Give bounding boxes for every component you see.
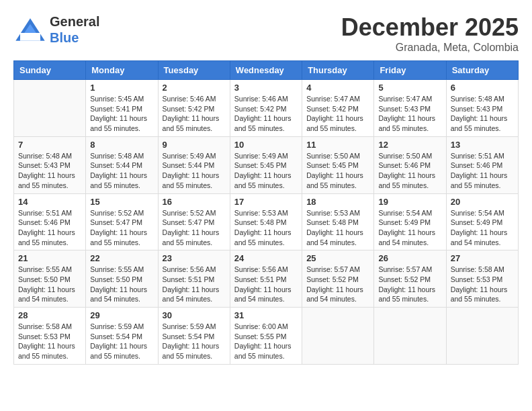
day-number: 27: [451, 253, 514, 263]
day-info: Sunrise: 6:00 AM Sunset: 5:55 PM Dayligh…: [234, 322, 298, 361]
calendar-cell: 29Sunrise: 5:59 AM Sunset: 5:54 PM Dayli…: [86, 308, 158, 365]
day-number: 20: [451, 197, 514, 207]
month-title: December 2025: [341, 13, 519, 42]
day-number: 4: [306, 83, 369, 93]
day-info: Sunrise: 5:47 AM Sunset: 5:42 PM Dayligh…: [306, 94, 369, 134]
svg-rect-2: [20, 33, 40, 41]
day-number: 25: [306, 253, 369, 263]
day-number: 6: [451, 83, 514, 93]
day-number: 16: [163, 197, 226, 207]
day-number: 22: [90, 253, 153, 263]
calendar-cell: 12Sunrise: 5:50 AM Sunset: 5:46 PM Dayli…: [374, 136, 446, 193]
day-info: Sunrise: 5:57 AM Sunset: 5:52 PM Dayligh…: [378, 265, 441, 304]
day-number: 17: [234, 197, 298, 207]
page-header: General Blue December 2025 Granada, Meta…: [13, 13, 519, 54]
day-info: Sunrise: 5:49 AM Sunset: 5:44 PM Dayligh…: [163, 151, 226, 191]
day-number: 10: [234, 140, 298, 150]
calendar-cell: 19Sunrise: 5:54 AM Sunset: 5:49 PM Dayli…: [374, 193, 446, 250]
calendar-cell: 7Sunrise: 5:48 AM Sunset: 5:43 PM Daylig…: [14, 136, 86, 193]
day-number: 19: [378, 197, 441, 207]
calendar-cell: 11Sunrise: 5:50 AM Sunset: 5:45 PM Dayli…: [302, 136, 374, 193]
calendar-cell: 28Sunrise: 5:58 AM Sunset: 5:53 PM Dayli…: [14, 308, 86, 365]
day-info: Sunrise: 5:58 AM Sunset: 5:53 PM Dayligh…: [451, 265, 514, 304]
day-info: Sunrise: 5:49 AM Sunset: 5:45 PM Dayligh…: [234, 151, 298, 191]
day-number: 18: [306, 197, 369, 207]
calendar-cell: 21Sunrise: 5:55 AM Sunset: 5:50 PM Dayli…: [14, 250, 86, 308]
day-number: 1: [90, 83, 153, 93]
day-info: Sunrise: 5:52 AM Sunset: 5:47 PM Dayligh…: [90, 208, 153, 248]
day-info: Sunrise: 5:51 AM Sunset: 5:46 PM Dayligh…: [451, 151, 514, 191]
calendar-cell: 2Sunrise: 5:46 AM Sunset: 5:42 PM Daylig…: [158, 80, 230, 137]
day-info: Sunrise: 5:50 AM Sunset: 5:46 PM Dayligh…: [378, 151, 441, 191]
day-info: Sunrise: 5:53 AM Sunset: 5:48 PM Dayligh…: [234, 208, 298, 248]
calendar-cell: 27Sunrise: 5:58 AM Sunset: 5:53 PM Dayli…: [446, 250, 518, 308]
calendar-cell: 18Sunrise: 5:53 AM Sunset: 5:48 PM Dayli…: [302, 193, 374, 250]
logo-general: General: [50, 13, 99, 30]
weekday-header-tuesday: Tuesday: [158, 61, 230, 80]
calendar-cell: 24Sunrise: 5:56 AM Sunset: 5:51 PM Dayli…: [230, 250, 302, 308]
day-number: 5: [378, 83, 441, 93]
day-number: 12: [378, 140, 441, 150]
day-info: Sunrise: 5:48 AM Sunset: 5:43 PM Dayligh…: [18, 151, 81, 191]
day-number: 11: [306, 140, 369, 150]
day-info: Sunrise: 5:45 AM Sunset: 5:41 PM Dayligh…: [90, 94, 153, 134]
day-number: 13: [451, 140, 514, 150]
day-number: 15: [90, 197, 153, 207]
day-info: Sunrise: 5:59 AM Sunset: 5:54 PM Dayligh…: [163, 322, 226, 361]
calendar-cell: 22Sunrise: 5:55 AM Sunset: 5:50 PM Dayli…: [86, 250, 158, 308]
calendar-table: SundayMondayTuesdayWednesdayThursdayFrid…: [13, 60, 519, 365]
calendar-cell: 17Sunrise: 5:53 AM Sunset: 5:48 PM Dayli…: [230, 193, 302, 250]
weekday-header-saturday: Saturday: [446, 61, 518, 80]
day-number: 28: [18, 310, 81, 320]
calendar-cell: 6Sunrise: 5:48 AM Sunset: 5:43 PM Daylig…: [446, 80, 518, 137]
day-number: 23: [163, 253, 226, 263]
week-row-5: 28Sunrise: 5:58 AM Sunset: 5:53 PM Dayli…: [14, 308, 519, 365]
day-info: Sunrise: 5:58 AM Sunset: 5:53 PM Dayligh…: [18, 322, 81, 361]
day-info: Sunrise: 5:59 AM Sunset: 5:54 PM Dayligh…: [90, 322, 153, 361]
day-info: Sunrise: 5:53 AM Sunset: 5:48 PM Dayligh…: [306, 208, 369, 248]
day-info: Sunrise: 5:51 AM Sunset: 5:46 PM Dayligh…: [18, 208, 81, 248]
weekday-header-row: SundayMondayTuesdayWednesdayThursdayFrid…: [14, 61, 519, 80]
logo-icon: [13, 16, 47, 43]
calendar-cell: [374, 308, 446, 365]
day-info: Sunrise: 5:56 AM Sunset: 5:51 PM Dayligh…: [163, 265, 226, 304]
calendar-cell: 10Sunrise: 5:49 AM Sunset: 5:45 PM Dayli…: [230, 136, 302, 193]
day-info: Sunrise: 5:52 AM Sunset: 5:47 PM Dayligh…: [163, 208, 226, 248]
calendar-cell: 20Sunrise: 5:54 AM Sunset: 5:49 PM Dayli…: [446, 193, 518, 250]
calendar-cell: 9Sunrise: 5:49 AM Sunset: 5:44 PM Daylig…: [158, 136, 230, 193]
day-number: 8: [90, 140, 153, 150]
day-number: 21: [18, 253, 81, 263]
day-number: 9: [163, 140, 226, 150]
calendar-cell: [446, 308, 518, 365]
week-row-2: 7Sunrise: 5:48 AM Sunset: 5:43 PM Daylig…: [14, 136, 519, 193]
day-info: Sunrise: 5:48 AM Sunset: 5:43 PM Dayligh…: [451, 94, 514, 134]
weekday-header-thursday: Thursday: [302, 61, 374, 80]
weekday-header-friday: Friday: [374, 61, 446, 80]
location: Granada, Meta, Colombia: [341, 42, 519, 54]
logo-blue: Blue: [50, 30, 99, 46]
logo: General Blue: [13, 13, 99, 46]
day-info: Sunrise: 5:50 AM Sunset: 5:45 PM Dayligh…: [306, 151, 369, 191]
calendar-cell: 8Sunrise: 5:48 AM Sunset: 5:44 PM Daylig…: [86, 136, 158, 193]
week-row-3: 14Sunrise: 5:51 AM Sunset: 5:46 PM Dayli…: [14, 193, 519, 250]
calendar-cell: 31Sunrise: 6:00 AM Sunset: 5:55 PM Dayli…: [230, 308, 302, 365]
day-number: 29: [90, 310, 153, 320]
day-info: Sunrise: 5:46 AM Sunset: 5:42 PM Dayligh…: [163, 94, 226, 134]
day-number: 7: [18, 140, 81, 150]
day-number: 24: [234, 253, 298, 263]
day-number: 3: [234, 83, 298, 93]
weekday-header-monday: Monday: [86, 61, 158, 80]
calendar-cell: 1Sunrise: 5:45 AM Sunset: 5:41 PM Daylig…: [86, 80, 158, 137]
day-number: 14: [18, 197, 81, 207]
title-container: December 2025 Granada, Meta, Colombia: [341, 13, 519, 54]
day-number: 30: [163, 310, 226, 320]
day-number: 2: [163, 83, 226, 93]
calendar-cell: 23Sunrise: 5:56 AM Sunset: 5:51 PM Dayli…: [158, 250, 230, 308]
calendar-cell: 30Sunrise: 5:59 AM Sunset: 5:54 PM Dayli…: [158, 308, 230, 365]
calendar-cell: 3Sunrise: 5:46 AM Sunset: 5:42 PM Daylig…: [230, 80, 302, 137]
calendar-cell: 4Sunrise: 5:47 AM Sunset: 5:42 PM Daylig…: [302, 80, 374, 137]
day-info: Sunrise: 5:47 AM Sunset: 5:43 PM Dayligh…: [378, 94, 441, 134]
day-info: Sunrise: 5:56 AM Sunset: 5:51 PM Dayligh…: [234, 265, 298, 304]
calendar-cell: 5Sunrise: 5:47 AM Sunset: 5:43 PM Daylig…: [374, 80, 446, 137]
logo-text: General Blue: [50, 13, 99, 46]
